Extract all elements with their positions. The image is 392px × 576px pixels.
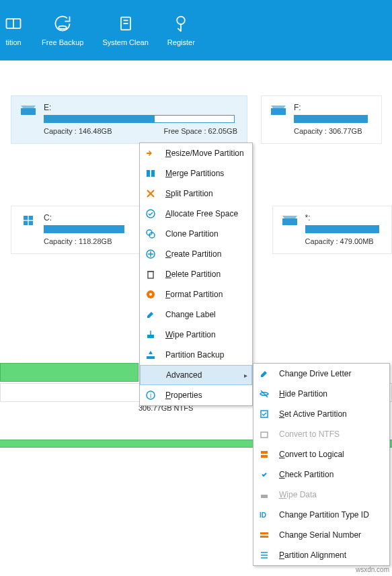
submenu-item-label: Set Active Partition [279, 409, 347, 419]
svg-rect-13 [24, 221, 28, 225]
toolbar-clean-button[interactable]: System Clean [93, 0, 157, 60]
menu-item-icon [145, 289, 156, 300]
submenu-item-icon [259, 530, 270, 540]
advanced-submenu: Change Drive LetterHide PartitionSet Act… [253, 363, 390, 566]
menu-item-label: Resize/Move Partition [165, 149, 244, 158]
submenu-item-label: Wipe Data [279, 490, 317, 499]
menu-item-label: Partition Backup [165, 350, 224, 360]
menu-item-label: Clone Partition [165, 229, 219, 239]
menu-item-icon [145, 148, 156, 159]
menu-item-split-partition[interactable]: Split Partition [140, 183, 252, 204]
toolbar-backup-label: Free Backup [42, 38, 83, 46]
menu-item-properties[interactable]: iProperties [140, 385, 252, 405]
svg-rect-28 [147, 335, 154, 338]
menu-item-label: Allocate Free Space [165, 209, 238, 218]
svg-line-32 [261, 390, 268, 397]
menu-item-clone-partition[interactable]: Clone Partition [140, 224, 252, 244]
menu-item-label: Properties [165, 390, 202, 400]
menu-item-resize-move-partition[interactable]: Resize/Move Partition [140, 143, 252, 163]
capacity-label: Capacity : 479.00MB [305, 237, 374, 245]
toolbar-partition-button[interactable]: tition [0, 0, 32, 60]
register-icon [171, 14, 190, 33]
submenu-item-change-serial-number[interactable]: Change Serial Number [253, 525, 389, 545]
submenu-item-check-partition[interactable]: Check Partition [253, 464, 389, 485]
submenu-item-icon [259, 368, 270, 379]
menu-item-delete-partition[interactable]: Delete Partition [140, 264, 252, 284]
svg-rect-24 [148, 272, 153, 278]
svg-rect-9 [21, 108, 36, 115]
top-toolbar: tition Free Backup System Clean Register [0, 0, 392, 60]
toolbar-register-button[interactable]: Register [158, 0, 204, 60]
submenu-item-set-active-partition[interactable]: Set Active Partition [253, 404, 389, 424]
capacity-bar [44, 115, 235, 123]
menu-item-create-partition[interactable]: Create Partition [140, 244, 252, 264]
svg-rect-16 [147, 170, 150, 177]
svg-point-2 [58, 26, 67, 30]
capacity-label: Capacity : 146.48GB [44, 127, 112, 135]
submenu-item-icon [259, 429, 270, 440]
menu-item-label: Delete Partition [165, 270, 221, 279]
drive-letter: F: [294, 103, 372, 112]
submenu-item-icon [259, 409, 270, 419]
menu-item-format-partition[interactable]: Format Partition [140, 284, 252, 304]
svg-rect-34 [261, 432, 268, 438]
drive-letter: *: [305, 213, 382, 222]
submenu-item-icon [259, 388, 270, 399]
menu-item-icon [145, 269, 156, 280]
capacity-bar [44, 225, 124, 233]
menu-item-icon [145, 208, 156, 219]
disk-map-segment[interactable] [0, 363, 139, 382]
svg-point-6 [178, 17, 186, 25]
menu-item-icon [145, 309, 156, 320]
svg-rect-12 [29, 216, 33, 220]
svg-rect-35 [261, 451, 268, 454]
svg-rect-15 [282, 218, 297, 225]
menu-item-icon [145, 349, 156, 360]
svg-point-27 [149, 293, 152, 296]
submenu-arrow-icon: ▸ [244, 372, 247, 379]
submenu-item-label: Partition Alignment [279, 550, 346, 560]
watermark: wsxdn.com [356, 566, 389, 573]
submenu-item-label: Change Drive Letter [279, 369, 351, 378]
menu-item-merge-partitions[interactable]: Merge Partitions [140, 163, 252, 183]
svg-rect-29 [147, 356, 155, 359]
svg-text:ID: ID [260, 511, 266, 519]
svg-text:i: i [150, 392, 151, 399]
submenu-item-icon [259, 489, 270, 500]
submenu-item-change-partition-type-id[interactable]: IDChange Partition Type ID [253, 505, 389, 525]
svg-rect-10 [271, 108, 286, 115]
menu-item-partition-backup[interactable]: Partition Backup [140, 345, 252, 365]
submenu-item-partition-alignment[interactable]: Partition Alignment [253, 545, 389, 565]
menu-item-label: Format Partition [165, 290, 223, 299]
submenu-item-label: Change Serial Number [279, 530, 361, 540]
submenu-item-change-drive-letter[interactable]: Change Drive Letter [253, 364, 389, 384]
svg-rect-14 [29, 221, 33, 225]
capacity-bar [294, 115, 368, 123]
submenu-item-icon [259, 550, 270, 561]
toolbar-clean-label: System Clean [102, 38, 148, 46]
submenu-item-convert-to-logical[interactable]: Convert to Logical [253, 444, 389, 464]
submenu-item-icon: ID [259, 509, 270, 520]
menu-item-icon [145, 188, 156, 199]
backup-icon [53, 14, 72, 33]
submenu-item-icon [259, 469, 270, 480]
toolbar-backup-button[interactable]: Free Backup [32, 0, 93, 60]
drive-card-star[interactable]: *: Capacity : 479.00MB [272, 206, 392, 254]
menu-item-advanced[interactable]: Advanced▸ [140, 365, 252, 385]
menu-item-allocate-free-space[interactable]: Allocate Free Space [140, 204, 252, 224]
submenu-item-label: Hide Partition [279, 389, 327, 399]
svg-rect-36 [261, 455, 268, 458]
drive-cards-row1: E: Capacity : 146.48GB Free Space : 62.0… [0, 60, 392, 144]
toolbar-partition-label: tition [5, 38, 21, 46]
menu-item-wipe-partition[interactable]: Wipe Partition [140, 325, 252, 345]
windows-icon [21, 216, 36, 225]
submenu-item-hide-partition[interactable]: Hide Partition [253, 384, 389, 404]
drive-card-e[interactable]: E: Capacity : 146.48GB Free Space : 62.0… [11, 95, 247, 144]
menu-item-icon [145, 229, 156, 239]
menu-item-icon [146, 370, 157, 380]
drive-card-f[interactable]: F: Capacity : 306.77GB [261, 95, 382, 144]
menu-item-label: Wipe Partition [165, 330, 216, 339]
menu-item-change-label[interactable]: Change Label [140, 304, 252, 325]
menu-item-label: Advanced [166, 370, 202, 380]
menu-item-icon [145, 168, 156, 179]
